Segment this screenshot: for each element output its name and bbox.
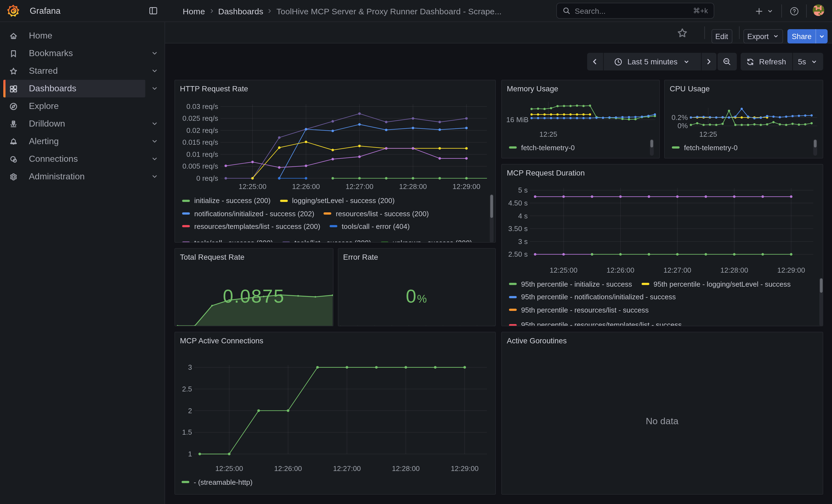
sidebar-item-starred[interactable]: Starred xyxy=(3,62,145,80)
chevron-down-icon[interactable] xyxy=(151,120,158,128)
time-range-button[interactable]: Last 5 minutes xyxy=(604,53,701,71)
chevron-left-icon xyxy=(591,58,599,65)
avatar[interactable] xyxy=(813,4,824,16)
refresh-interval-button[interactable]: 5s xyxy=(792,53,823,71)
legend-item[interactable]: tools/call - success (200) xyxy=(182,239,273,242)
legend-swatch xyxy=(182,481,189,483)
share-dropdown-button[interactable] xyxy=(816,29,828,44)
chevron-down-icon[interactable] xyxy=(151,50,158,57)
search-input[interactable]: Search... ⌘+k xyxy=(556,3,714,19)
legend-item[interactable]: initialize - success (200) xyxy=(182,196,270,205)
time-back-button[interactable] xyxy=(587,53,603,71)
x-tick-label: 12:28:00 xyxy=(399,182,427,191)
x-tick-label: 12:25:00 xyxy=(550,266,577,274)
x-tick-label: 12:29:00 xyxy=(451,465,478,473)
help-button[interactable] xyxy=(787,0,801,22)
legend-item[interactable]: fetch-telemetry-0 xyxy=(672,143,738,152)
legend-scrollbar-thumb[interactable] xyxy=(813,140,816,148)
legend-item[interactable]: 95th percentile - logging/setLevel - suc… xyxy=(641,280,791,288)
toolbar-divider xyxy=(739,26,739,39)
sidebar-item-alerting[interactable]: Alerting xyxy=(3,133,145,150)
legend-item[interactable]: resources/list - success (200) xyxy=(323,209,428,218)
sidebar-item-dashboards[interactable]: Dashboards xyxy=(3,80,145,97)
y-tick-label: 0% xyxy=(677,122,688,130)
legend-item[interactable]: notifications/initialized - success (202… xyxy=(182,209,314,218)
sidebar-item-administration[interactable]: Administration xyxy=(3,168,145,185)
toolbar-divider xyxy=(704,26,705,39)
sidebar-item-home[interactable]: Home xyxy=(3,27,145,45)
panel-error_rate: Error Rate0% xyxy=(338,248,496,326)
legend-swatch xyxy=(182,242,190,242)
legend-item[interactable]: logging/setLevel - success (200) xyxy=(280,196,394,205)
y-tick-label: 4 s xyxy=(518,212,528,220)
y-tick-label: 0.025 req/s xyxy=(182,114,218,123)
gear-icon xyxy=(9,172,18,181)
top-bar: Grafana Home Dashboards ToolHive MCP Ser… xyxy=(0,0,832,22)
legend-scrollbar[interactable] xyxy=(650,139,654,156)
edit-button[interactable]: Edit xyxy=(711,29,732,44)
panel-title[interactable]: Active Goroutines xyxy=(507,337,567,345)
sidebar-item-explore[interactable]: Explore xyxy=(3,97,145,115)
legend-label: initialize - success (200) xyxy=(194,196,270,205)
legend-item[interactable]: 95th percentile - resources/list - succe… xyxy=(509,306,649,314)
legend-scrollbar[interactable] xyxy=(813,139,817,156)
chevron-down-icon[interactable] xyxy=(151,67,158,75)
legend-scrollbar[interactable] xyxy=(820,278,823,326)
topbar-divider xyxy=(781,4,782,18)
legend-label: notifications/initialized - success (202… xyxy=(194,209,314,218)
sidebar-item-connections[interactable]: Connections xyxy=(3,150,145,168)
refresh-icon xyxy=(747,57,755,66)
legend-swatch xyxy=(381,242,388,242)
time-forward-button[interactable] xyxy=(702,53,716,71)
share-button[interactable]: Share xyxy=(788,29,816,44)
button-label: Refresh xyxy=(759,57,786,66)
y-tick-label: 16 MiB xyxy=(506,115,528,124)
topbar-divider xyxy=(806,4,807,18)
grafana-logo-icon[interactable] xyxy=(7,4,20,18)
export-button[interactable]: Export xyxy=(744,29,783,44)
legend-swatch xyxy=(323,212,331,215)
legend-label: fetch-telemetry-0 xyxy=(521,143,575,152)
y-tick-label: 0.03 req/s xyxy=(186,102,218,111)
chevron-down-icon[interactable] xyxy=(151,137,158,145)
star-dashboard-icon[interactable] xyxy=(676,27,688,39)
panel-http_rate: HTTP Request Rate0 req/s0.005 req/s0.01 … xyxy=(175,80,496,242)
add-new-button[interactable] xyxy=(753,0,776,22)
legend-swatch xyxy=(280,200,287,202)
legend-item[interactable]: 95th percentile - initialize - success xyxy=(509,280,632,288)
legend-item[interactable]: resources/templates/list - success (200) xyxy=(182,222,320,231)
legend-label: 95th percentile - resources/list - succe… xyxy=(521,306,649,314)
legend-label: fetch-telemetry-0 xyxy=(684,143,738,152)
chevron-down-icon[interactable] xyxy=(151,155,158,163)
dock-sidebar-icon[interactable] xyxy=(149,6,158,16)
refresh-button[interactable]: Refresh xyxy=(740,53,792,71)
legend-swatch xyxy=(282,242,290,242)
x-tick-label: 12:27:00 xyxy=(333,465,361,473)
chevron-down-icon xyxy=(683,58,690,65)
breadcrumb-separator-icon xyxy=(267,8,273,14)
legend-item[interactable]: 95th percentile - resources/templates/li… xyxy=(509,321,682,326)
legend-memory: fetch-telemetry-0 xyxy=(509,142,654,152)
legend-swatch xyxy=(509,309,517,311)
legend-scrollbar-thumb[interactable] xyxy=(490,195,493,218)
legend-scrollbar[interactable] xyxy=(490,194,493,242)
legend-item[interactable]: tools/list - success (200) xyxy=(282,239,371,242)
legend-item[interactable]: tools/call - error (404) xyxy=(330,222,410,231)
legend-item[interactable]: fetch-telemetry-0 xyxy=(509,143,575,152)
chevron-down-icon[interactable] xyxy=(151,85,158,92)
legend-item[interactable]: 95th percentile - notifications/initiali… xyxy=(509,293,676,301)
legend-scrollbar-thumb[interactable] xyxy=(650,140,653,148)
chevron-down-icon[interactable] xyxy=(151,173,158,181)
x-tick-label: 12:25:00 xyxy=(238,182,266,191)
panel-total_rate: Total Request Rate0.0875 xyxy=(175,248,333,326)
zoom-out-button[interactable] xyxy=(717,53,736,71)
button-label: Export xyxy=(747,32,769,41)
y-tick-label: 2.50 s xyxy=(508,250,528,258)
breadcrumb-home[interactable]: Home xyxy=(183,6,205,16)
sidebar-item-drilldown[interactable]: Drilldown xyxy=(3,115,145,133)
legend-item[interactable]: unknown - success (200) xyxy=(381,239,472,242)
legend-scrollbar-thumb[interactable] xyxy=(820,278,823,293)
sidebar-item-bookmarks[interactable]: Bookmarks xyxy=(3,45,145,62)
legend-item[interactable]: - (streamable-http) xyxy=(182,478,253,486)
breadcrumb-dashboards[interactable]: Dashboards xyxy=(218,6,263,16)
